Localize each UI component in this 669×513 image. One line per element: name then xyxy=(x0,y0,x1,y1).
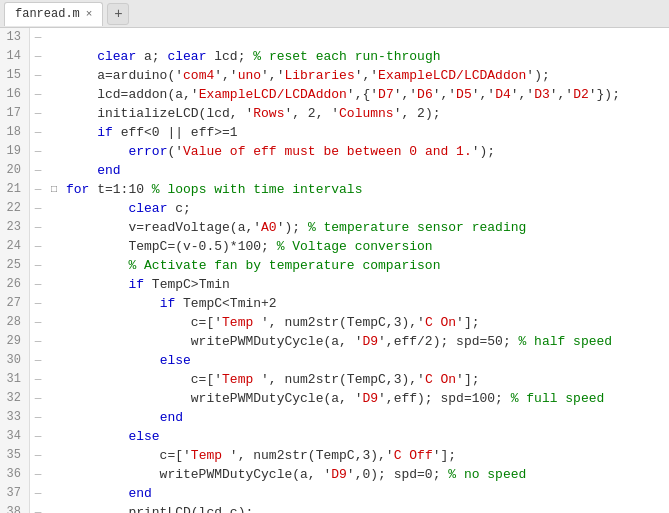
line-dash: — xyxy=(30,123,46,142)
line-content: % Activate fan by temperature comparison xyxy=(62,256,440,275)
line-number: 27 xyxy=(0,294,30,313)
line-content: v=readVoltage(a,'A0'); % temperature sen… xyxy=(62,218,526,237)
table-row: 33— end xyxy=(0,408,669,427)
editor-window: fanread.m × + 13—14— clear a; clear lcd;… xyxy=(0,0,669,513)
line-number: 37 xyxy=(0,484,30,503)
line-dash: — xyxy=(30,484,46,503)
table-row: 32— writePWMDutyCycle(a, 'D9',eff); spd=… xyxy=(0,389,669,408)
line-dash: — xyxy=(30,370,46,389)
line-dash: — xyxy=(30,237,46,256)
line-content: writePWMDutyCycle(a, 'D9',eff/2); spd=50… xyxy=(62,332,612,351)
table-row: 21—□for t=1:10 % loops with time interva… xyxy=(0,180,669,199)
line-dash: — xyxy=(30,66,46,85)
line-content: c=['Temp ', num2str(TempC,3),'C On']; xyxy=(62,313,480,332)
line-number: 19 xyxy=(0,142,30,161)
line-number: 33 xyxy=(0,408,30,427)
table-row: 16— lcd=addon(a,'ExampleLCD/LCDAddon',{'… xyxy=(0,85,669,104)
line-number: 23 xyxy=(0,218,30,237)
line-dash: — xyxy=(30,218,46,237)
line-number: 25 xyxy=(0,256,30,275)
line-content: c=['Temp ', num2str(TempC,3),'C On']; xyxy=(62,370,480,389)
line-dash: — xyxy=(30,142,46,161)
line-number: 15 xyxy=(0,66,30,85)
table-row: 18— if eff<0 || eff>=1 xyxy=(0,123,669,142)
line-content: a=arduino('com4','uno','Libraries','Exam… xyxy=(62,66,550,85)
line-dash: — xyxy=(30,85,46,104)
line-number: 36 xyxy=(0,465,30,484)
line-content: else xyxy=(62,427,160,446)
code-editor[interactable]: 13—14— clear a; clear lcd; % reset each … xyxy=(0,28,669,513)
table-row: 36— writePWMDutyCycle(a, 'D9',0); spd=0;… xyxy=(0,465,669,484)
table-row: 31— c=['Temp ', num2str(TempC,3),'C On']… xyxy=(0,370,669,389)
table-row: 14— clear a; clear lcd; % reset each run… xyxy=(0,47,669,66)
table-row: 38— printLCD(lcd,c); xyxy=(0,503,669,513)
line-number: 29 xyxy=(0,332,30,351)
line-number: 31 xyxy=(0,370,30,389)
line-dash: — xyxy=(30,351,46,370)
line-number: 16 xyxy=(0,85,30,104)
line-dash: — xyxy=(30,294,46,313)
tab-label: fanread.m xyxy=(15,7,80,21)
fold-indicator[interactable]: □ xyxy=(46,180,62,199)
line-dash: — xyxy=(30,28,46,47)
line-content: lcd=addon(a,'ExampleLCD/LCDAddon',{'D7',… xyxy=(62,85,620,104)
table-row: 28— c=['Temp ', num2str(TempC,3),'C On']… xyxy=(0,313,669,332)
line-dash: — xyxy=(30,161,46,180)
line-content: error('Value of eff must be between 0 an… xyxy=(62,142,495,161)
tab-add-button[interactable]: + xyxy=(107,3,129,25)
line-dash: — xyxy=(30,465,46,484)
line-dash: — xyxy=(30,408,46,427)
table-row: 23— v=readVoltage(a,'A0'); % temperature… xyxy=(0,218,669,237)
line-content: TempC=(v-0.5)*100; % Voltage conversion xyxy=(62,237,433,256)
line-content: else xyxy=(62,351,191,370)
line-content: if eff<0 || eff>=1 xyxy=(62,123,238,142)
line-dash: — xyxy=(30,47,46,66)
table-row: 22— clear c; xyxy=(0,199,669,218)
line-number: 38 xyxy=(0,503,30,513)
tab-close-button[interactable]: × xyxy=(86,8,93,20)
line-content: c=['Temp ', num2str(TempC,3),'C Off']; xyxy=(62,446,456,465)
line-dash: — xyxy=(30,275,46,294)
code-area: 13—14— clear a; clear lcd; % reset each … xyxy=(0,28,669,513)
table-row: 13— xyxy=(0,28,669,47)
line-content: if TempC>Tmin xyxy=(62,275,230,294)
line-number: 34 xyxy=(0,427,30,446)
line-content: initializeLCD(lcd, 'Rows', 2, 'Columns',… xyxy=(62,104,440,123)
table-row: 19— error('Value of eff must be between … xyxy=(0,142,669,161)
line-number: 14 xyxy=(0,47,30,66)
line-content: clear c; xyxy=(62,199,191,218)
line-content: if TempC<Tmin+2 xyxy=(62,294,277,313)
table-row: 20— end xyxy=(0,161,669,180)
table-row: 26— if TempC>Tmin xyxy=(0,275,669,294)
line-content: clear a; clear lcd; % reset each run-thr… xyxy=(62,47,441,66)
table-row: 17— initializeLCD(lcd, 'Rows', 2, 'Colum… xyxy=(0,104,669,123)
line-number: 24 xyxy=(0,237,30,256)
table-row: 15— a=arduino('com4','uno','Libraries','… xyxy=(0,66,669,85)
line-dash: — xyxy=(30,256,46,275)
line-dash: — xyxy=(30,199,46,218)
table-row: 37— end xyxy=(0,484,669,503)
line-dash: — xyxy=(30,503,46,513)
line-number: 32 xyxy=(0,389,30,408)
table-row: 27— if TempC<Tmin+2 xyxy=(0,294,669,313)
line-content: end xyxy=(62,484,152,503)
line-content: end xyxy=(62,408,183,427)
table-row: 35— c=['Temp ', num2str(TempC,3),'C Off'… xyxy=(0,446,669,465)
line-dash: — xyxy=(30,180,46,199)
line-number: 17 xyxy=(0,104,30,123)
line-dash: — xyxy=(30,313,46,332)
line-dash: — xyxy=(30,104,46,123)
line-number: 35 xyxy=(0,446,30,465)
line-content: writePWMDutyCycle(a, 'D9',eff); spd=100;… xyxy=(62,389,604,408)
line-dash: — xyxy=(30,427,46,446)
line-content: printLCD(lcd,c); xyxy=(62,503,253,513)
line-number: 20 xyxy=(0,161,30,180)
line-number: 22 xyxy=(0,199,30,218)
line-content: end xyxy=(62,161,121,180)
tab-fanread[interactable]: fanread.m × xyxy=(4,2,103,26)
line-dash: — xyxy=(30,332,46,351)
table-row: 34— else xyxy=(0,427,669,446)
line-number: 26 xyxy=(0,275,30,294)
table-row: 24— TempC=(v-0.5)*100; % Voltage convers… xyxy=(0,237,669,256)
line-number: 18 xyxy=(0,123,30,142)
